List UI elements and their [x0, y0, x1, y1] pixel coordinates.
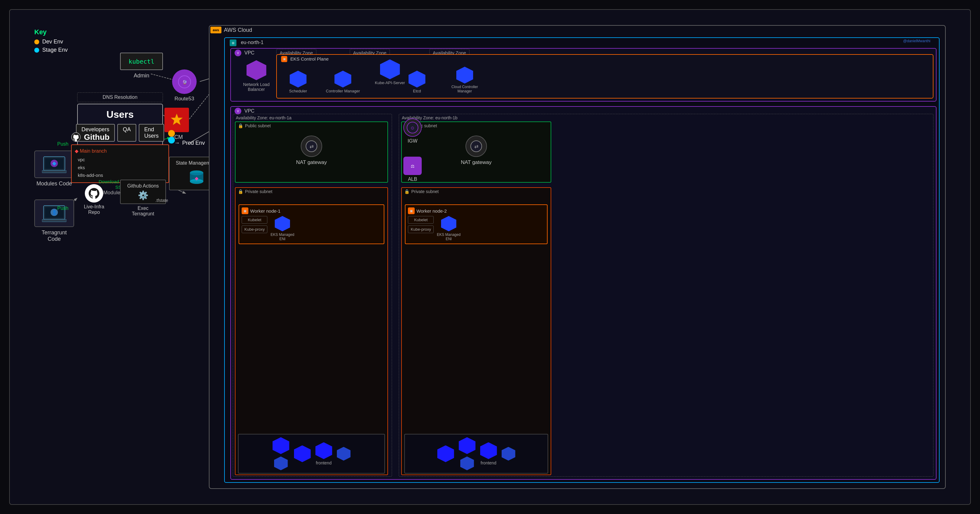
subnet-1a-lock-icon: 🔒: [238, 123, 243, 128]
pod-hex-b1: [438, 446, 454, 462]
pod-group-4: [337, 447, 351, 461]
worker-node-2-box: ▣ Worker node-2 Kubelet Kube-proxy EKS M…: [405, 205, 547, 244]
pod-group-b3: frontend: [480, 443, 497, 465]
svg-text:⚖: ⚖: [411, 164, 415, 168]
prod-env-label: Prod Env: [182, 140, 205, 146]
acm-section: ACM: [164, 108, 189, 140]
route53-section: 🔮 Route53: [172, 70, 197, 102]
eks-eni-1-icon: [275, 216, 290, 231]
pod-hex-b3: [480, 443, 497, 459]
scheduler-label: Scheduler: [289, 89, 307, 93]
pod-hex-small-b1: [460, 457, 474, 470]
vpc-top-label: V VPC: [233, 49, 258, 57]
worker-node-2-label: ▣ Worker node-2: [408, 208, 544, 214]
branch-item-vpc: vpc: [78, 156, 165, 164]
private-subnet-1b: 🔒 Private subnet ▣ Worker node-2 Kubelet…: [401, 187, 551, 475]
eks-control-label: ▣ EKS Control Plane: [279, 55, 332, 63]
etcd-label: Etcd: [409, 89, 425, 93]
svg-rect-26: [42, 219, 67, 222]
nlb-label: Network Load Balancer: [238, 82, 275, 92]
modules-code-laptop-icon: 🔷: [34, 151, 74, 178]
private-subnet-1a: 🔒 Private subnet ▣ Worker node-1 Kubelet…: [235, 187, 388, 475]
cloud-controller-icon: [456, 67, 473, 84]
key-title: Key: [34, 28, 68, 36]
worker-node-1-label: ▣ Worker node-1: [242, 208, 381, 214]
dev-env-item: Dev Env: [34, 38, 68, 45]
private-subnet-1b-label: 🔒 Private subnet: [402, 188, 550, 195]
worker-1-inner: Kubelet Kube-proxy EKS Managed ENI: [242, 216, 381, 241]
live-infra-label: Live-Infra Repo: [71, 204, 117, 215]
vpc-bottom-icon: V: [235, 108, 241, 114]
scheduler-icon: [290, 71, 307, 87]
pod-hex-2: [294, 446, 311, 462]
alb-icon: ⚖: [403, 157, 422, 175]
download-label: Download: [99, 179, 119, 184]
stage-env-label: Stage Env: [42, 47, 68, 53]
frontend-2-label: frontend: [480, 460, 496, 465]
region-icon: ⊞: [230, 40, 236, 46]
dns-resolution-label: DNS Resolution: [77, 92, 163, 102]
igw-icon: ⊙: [403, 118, 422, 137]
public-subnet-1a-label: 🔒 Public subnet: [235, 122, 387, 129]
live-infra-github-icon: [85, 184, 103, 203]
dev-env-dot: [34, 40, 39, 44]
controller-manager-icon: [334, 71, 351, 87]
svg-text:⇄: ⇄: [474, 144, 478, 149]
kubelet-1-label: Kubelet: [242, 216, 267, 224]
terragrunt-code-label: Terragrunt Code: [28, 230, 80, 242]
kubectl-box: kubectl: [120, 52, 163, 70]
public-subnet-1a: 🔒 Public subnet ⇄ NAT gateway: [235, 121, 388, 182]
aws-cloud-label: aws AWS Cloud: [210, 27, 252, 33]
etcd-icon: [409, 71, 425, 87]
terragrunt-laptop-icon: 👤: [34, 200, 74, 227]
worker-node-1-icon: ▣: [242, 208, 248, 214]
private-subnet-1a-lock: 🔒: [238, 189, 243, 194]
diagram-background: Key Dev Env Stage Env 🔷 Modules Code: [9, 9, 971, 505]
pod-group-b4: [502, 447, 515, 461]
branch-item-k8s: k8s-add-ons: [78, 171, 165, 179]
svg-rect-21: [42, 170, 67, 173]
svg-text:🔷: 🔷: [52, 161, 57, 166]
state-mgmt-db-icon: [188, 168, 206, 187]
pod-group-3: frontend: [315, 443, 332, 465]
push-label-bottom: Push: [57, 206, 68, 211]
github-title: Github: [71, 132, 169, 142]
nat-gateway-1a-label: NAT gateway: [235, 159, 387, 165]
users-title: Users: [83, 109, 158, 120]
pod-group-2: [294, 446, 311, 462]
eks-eni-2: EKS Managed ENI: [437, 216, 460, 241]
admin-label: Admin: [120, 73, 163, 79]
svg-text:⊙: ⊙: [411, 125, 414, 130]
route53-icon: 🔮: [172, 70, 197, 94]
kube-api-label: Kube-API-Server: [375, 81, 405, 85]
nat-icon-1a: ⇄: [301, 136, 322, 157]
pod-hex-1: [272, 437, 290, 454]
private-subnet-1a-label: 🔒 Private subnet: [235, 188, 387, 195]
stage-env-item: Stage Env: [34, 47, 68, 53]
dev-env-indicator: [168, 130, 175, 137]
pod-group-b1: [438, 446, 454, 462]
github-icon: [71, 132, 81, 142]
kube-proxy-1-label: Kube-proxy: [242, 225, 267, 233]
kube-proxy-2-label: Kube-proxy: [408, 225, 434, 233]
pod-group-b2: [459, 437, 476, 470]
cloud-controller-label: Cloud Controller Manager: [452, 85, 478, 93]
alb-label: ALB: [397, 176, 428, 182]
modules-code-label: Modules Code: [37, 181, 72, 187]
worker-node-2-icon: ▣: [408, 208, 415, 214]
pods-box-1b: frontend: [404, 434, 548, 474]
admin-section: kubectl Admin: [120, 52, 163, 79]
svg-text:👤: 👤: [52, 210, 57, 215]
nat-icon-1b: ⇄: [466, 136, 487, 157]
live-infra-section: Live-Infra Repo: [71, 184, 117, 215]
scheduler-section: Scheduler: [289, 71, 307, 93]
svg-text:⇄: ⇄: [310, 144, 313, 149]
controller-manager-label: Controller Manager: [326, 89, 360, 93]
acm-icon: [164, 108, 189, 132]
pod-hex-small-b2: [502, 447, 515, 461]
branch-items: vpc eks k8s-add-ons: [75, 156, 165, 179]
az-1a-label: Availability Zone: eu-north-1a: [233, 115, 294, 121]
github-main-branch: ◆ Main branch vpc eks k8s-add-ons: [71, 144, 169, 183]
worker-1-labels: Kubelet Kube-proxy: [242, 216, 267, 233]
region-label: ⊞ eu-north-1: [227, 39, 267, 47]
